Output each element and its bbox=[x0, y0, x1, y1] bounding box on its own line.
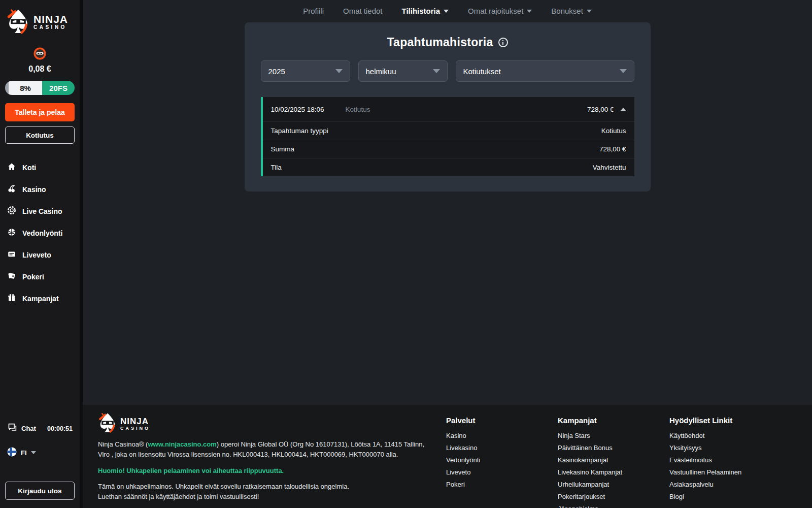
footer-link[interactable]: Yksityisyys bbox=[669, 444, 781, 452]
footer-brand-wordmark: NINJA CASINO bbox=[120, 417, 150, 431]
progress-percent: 8% bbox=[9, 81, 42, 95]
session-timer: 00:00:51 bbox=[47, 425, 73, 432]
sidebar-nav: Koti Kasino Live Casino Vedonlyönti Live… bbox=[5, 162, 75, 304]
footer-link[interactable]: Urheilukampanjat bbox=[558, 481, 669, 488]
footer-link[interactable]: Pokeritarjoukset bbox=[558, 493, 669, 500]
footer-column-palvelut: Palvelut Kasino Livekasino Vedonlyönti L… bbox=[446, 412, 558, 508]
footer-link[interactable]: Evästeilmoitus bbox=[669, 456, 781, 464]
footer-link[interactable]: Käyttöehdot bbox=[669, 432, 781, 439]
footer-brand-logo: NINJA CASINO bbox=[98, 412, 433, 435]
tab-omat-rajoitukset[interactable]: Omat rajoitukset bbox=[468, 7, 532, 15]
transaction-detail-row: Tapahtuman tyyppi Kotiutus bbox=[263, 121, 634, 140]
transaction-date: 10/02/2025 18:06 bbox=[271, 106, 324, 113]
withdraw-button[interactable]: Kotiutus bbox=[5, 126, 75, 144]
progress-fill bbox=[5, 81, 9, 95]
chevron-down-icon bbox=[444, 10, 449, 13]
footer-column-hyodylliset-linkit: Hyödylliset Linkit Käyttöehdot Yksityisy… bbox=[669, 412, 781, 508]
sidebar-item-kampanjat[interactable]: Kampanjat bbox=[7, 293, 75, 304]
transaction-detail-row: Summa 728,00 € bbox=[263, 140, 634, 158]
transaction-detail-row: Tila Vahvistettu bbox=[263, 158, 634, 176]
footer-link[interactable]: Vedonlyönti bbox=[446, 456, 558, 464]
gambling-disclaimer: Tämä on uhkapelimainos. Uhkapelit eivät … bbox=[98, 482, 433, 502]
sports-ball-icon bbox=[7, 228, 16, 238]
chevron-down-icon bbox=[31, 451, 36, 454]
brand-wordmark: NINJA CASINO bbox=[33, 14, 68, 30]
bonus-progress-bar[interactable]: 8% 20FS bbox=[5, 81, 75, 95]
footer-link[interactable]: Kasino bbox=[446, 432, 558, 439]
footer-link[interactable]: Ninja Stars bbox=[558, 432, 669, 439]
transaction-header[interactable]: 10/02/2025 18:06 Kotiutus 728,00 € bbox=[263, 97, 634, 121]
sidebar-item-liveveto[interactable]: Liveveto bbox=[7, 249, 75, 260]
main-area: Profiili Omat tiedot Tilihistoria Omat r… bbox=[83, 0, 812, 508]
footer-link[interactable]: Jäsenohjelma bbox=[558, 505, 669, 508]
footer-link[interactable]: Livekasino bbox=[446, 444, 558, 452]
footer-link[interactable]: Asiakaspalvelu bbox=[669, 481, 781, 488]
tab-bonukset[interactable]: Bonukset bbox=[551, 7, 592, 15]
playing-cards-icon bbox=[7, 271, 16, 282]
footer-column-kampanjat: Kampanjat Ninja Stars Päivittäinen Bonus… bbox=[558, 412, 669, 508]
cherries-icon bbox=[7, 184, 16, 195]
info-icon[interactable] bbox=[498, 38, 508, 47]
sidebar-bottom: Chat 00:00:51 FI Kirjaudu ulos bbox=[5, 423, 75, 500]
footer-link[interactable]: Vastuullinen Pelaaminen bbox=[669, 468, 781, 476]
transaction-amount: 728,00 € bbox=[587, 106, 614, 113]
ninja-spade-icon bbox=[6, 8, 30, 37]
ninjacasino-link[interactable]: www.ninjacasino.com bbox=[148, 440, 216, 448]
footer-legal-block: NINJA CASINO Ninja Casinoa® (www.ninjaca… bbox=[98, 412, 433, 508]
gift-icon bbox=[7, 293, 16, 304]
ninja-spade-icon bbox=[98, 412, 117, 435]
player-avatar-icon[interactable] bbox=[33, 53, 47, 62]
year-select[interactable]: 2025 bbox=[261, 60, 350, 82]
chevron-up-icon bbox=[620, 108, 626, 111]
chat-button[interactable]: Chat 00:00:51 bbox=[5, 423, 75, 434]
addiction-warning: Huomio! Uhkapelien pelaaminen voi aiheut… bbox=[98, 467, 433, 474]
tab-tilihistoria[interactable]: Tilihistoria bbox=[402, 7, 449, 15]
legal-text: Ninja Casinoa® (www.ninjacasino.com) ope… bbox=[98, 439, 433, 460]
sidebar-item-koti[interactable]: Koti bbox=[7, 162, 75, 173]
footer-link[interactable]: Liveveto bbox=[446, 468, 558, 476]
live-badge-icon bbox=[7, 249, 16, 260]
home-icon bbox=[7, 162, 16, 173]
chevron-down-icon bbox=[587, 10, 592, 13]
account-top-nav: Profiili Omat tiedot Tilihistoria Omat r… bbox=[83, 0, 812, 21]
month-select[interactable]: helmikuu bbox=[358, 60, 448, 82]
language-code: FI bbox=[21, 449, 27, 457]
chevron-down-icon bbox=[527, 10, 532, 13]
logout-button[interactable]: Kirjaudu ulos bbox=[5, 482, 75, 500]
sidebar-item-kasino[interactable]: Kasino bbox=[7, 184, 75, 195]
footer: NINJA CASINO Ninja Casinoa® (www.ninjaca… bbox=[83, 405, 812, 508]
chevron-down-icon bbox=[335, 69, 343, 73]
freespins-badge: 20FS bbox=[42, 81, 75, 95]
sidebar-item-live-casino[interactable]: Live Casino bbox=[7, 206, 75, 216]
content-area: Tapahtumahistoria 2025 helmikuu Kotiutuk… bbox=[83, 21, 812, 405]
language-selector[interactable]: FI bbox=[5, 447, 75, 458]
transaction-type-select[interactable]: Kotiutukset bbox=[456, 60, 634, 82]
footer-link[interactable]: Livekasino Kampanjat bbox=[558, 468, 669, 476]
footer-link[interactable]: Päivittäinen Bonus bbox=[558, 444, 669, 452]
chat-icon bbox=[7, 423, 17, 434]
sidebar-item-vedonlyonti[interactable]: Vedonlyönti bbox=[7, 228, 75, 238]
finland-flag-icon bbox=[7, 447, 17, 458]
transaction-history-card: Tapahtumahistoria 2025 helmikuu Kotiutuk… bbox=[245, 22, 651, 192]
deposit-button[interactable]: Talleta ja pelaa bbox=[5, 103, 75, 121]
chevron-down-icon bbox=[433, 69, 440, 73]
sidebar-item-pokeri[interactable]: Pokeri bbox=[7, 271, 75, 282]
brand-logo[interactable]: NINJA CASINO bbox=[5, 7, 75, 39]
transaction-type: Kotiutus bbox=[346, 106, 370, 113]
tab-profiili[interactable]: Profiili bbox=[303, 7, 324, 15]
footer-link[interactable]: Blogi bbox=[669, 493, 781, 500]
balance-amount: 0,08 € bbox=[5, 65, 75, 74]
balance-block: 0,08 € bbox=[5, 47, 75, 74]
transaction-item: 10/02/2025 18:06 Kotiutus 728,00 € Tapah… bbox=[261, 97, 634, 176]
footer-link[interactable]: Pokeri bbox=[446, 481, 558, 488]
history-filters: 2025 helmikuu Kotiutukset bbox=[261, 60, 634, 82]
tab-omat-tiedot[interactable]: Omat tiedot bbox=[343, 7, 383, 15]
chevron-down-icon bbox=[620, 69, 627, 73]
footer-link[interactable]: Kasinokampanjat bbox=[558, 456, 669, 464]
page-title: Tapahtumahistoria bbox=[387, 36, 493, 49]
chat-label: Chat bbox=[21, 425, 36, 432]
casino-chip-icon bbox=[7, 206, 16, 216]
sidebar: NINJA CASINO 0,08 € 8% 20FS Talleta ja p… bbox=[0, 0, 83, 508]
